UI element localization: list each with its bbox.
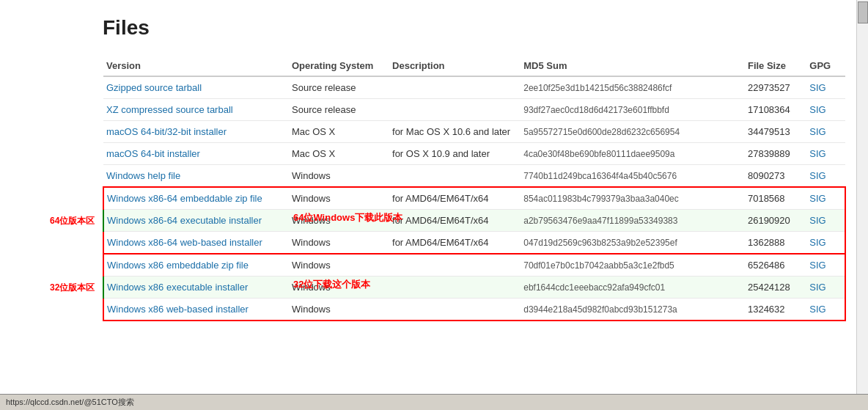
file-link[interactable]: Windows x86-64 web-based installer xyxy=(107,237,262,248)
cell-md5: d3944e218a45d982f0abcd93b151273a xyxy=(521,299,745,321)
file-link[interactable]: Windows help file xyxy=(106,170,180,181)
cell-desc xyxy=(389,277,521,299)
cell-md5: 5a95572715e0d600de28d6232c656954 xyxy=(521,121,745,143)
col-header-desc: Description xyxy=(389,54,521,76)
label-64bit: 64位版本区 xyxy=(50,215,95,227)
cell-size: 7018568 xyxy=(745,187,806,210)
cell-md5: 93df27aec0cd18d6d42173e601ffbbfd xyxy=(521,99,745,121)
sig-link[interactable]: SIG xyxy=(809,282,825,293)
cell-gpg: SIG xyxy=(806,143,845,165)
cell-version: Windows x86 web-based installer xyxy=(103,299,289,321)
cell-os: Windows xyxy=(289,232,389,255)
sig-link[interactable]: SIG xyxy=(809,193,825,204)
cell-size: 8090273 xyxy=(745,165,806,188)
cell-os: Mac OS X xyxy=(289,143,389,165)
cell-md5: 4ca0e30f48be690bfe80111daee9509a xyxy=(521,143,745,165)
cell-os: Source release xyxy=(289,76,389,99)
cell-gpg: SIG xyxy=(806,187,845,210)
col-header-size: File Size xyxy=(745,54,806,76)
cell-version: macOS 64-bit installer xyxy=(103,143,289,165)
sig-link[interactable]: SIG xyxy=(809,304,825,315)
cell-md5: 854ac011983b4c799379a3baa3a040ec xyxy=(521,187,745,210)
arrow-label-32: 32位下载这个版本 xyxy=(293,278,370,291)
cell-desc: for AMD64/EM64T/x64 xyxy=(389,232,521,255)
cell-version: Gzipped source tarball xyxy=(103,76,289,99)
cell-size: 26190920 xyxy=(745,210,806,232)
cell-gpg: SIG xyxy=(806,277,845,299)
col-header-md5: MD5 Sum xyxy=(521,54,745,76)
arrow-label-64: 64位Windows下载此版本 xyxy=(293,211,402,224)
cell-size: 6526486 xyxy=(745,254,806,277)
main-content: Files 64位版本区 32位版本区 64位Windows下载此版本 32位下… xyxy=(0,0,868,351)
col-header-gpg: GPG xyxy=(806,54,845,76)
cell-md5: 047d19d2569c963b8253a9b2e52395ef xyxy=(521,232,745,255)
file-link[interactable]: Gzipped source tarball xyxy=(106,82,202,93)
cell-size: 27839889 xyxy=(745,143,806,165)
cell-os: Windows xyxy=(289,254,389,277)
file-link[interactable]: Windows x86-64 executable installer xyxy=(107,215,262,226)
sig-link[interactable]: SIG xyxy=(809,126,825,137)
cell-version: XZ compressed source tarball xyxy=(103,99,289,121)
files-table: Version Operating System Description MD5… xyxy=(103,54,846,321)
file-link[interactable]: XZ compressed source tarball xyxy=(106,104,233,115)
cell-os: Windows xyxy=(289,165,389,188)
sig-link[interactable]: SIG xyxy=(809,237,825,248)
cell-desc: for AMD64/EM64T/x64 xyxy=(389,187,521,210)
scrollbar-thumb[interactable] xyxy=(858,1,868,23)
file-link[interactable]: macOS 64-bit/32-bit installer xyxy=(106,126,227,137)
cell-md5: 70df01e7b0c1b7042aabb5a3c1e2fbd5 xyxy=(521,254,745,277)
scrollbar[interactable] xyxy=(856,0,868,394)
cell-md5: a2b79563476e9aa47f11899a53349383 xyxy=(521,210,745,232)
label-32bit: 32位版本区 xyxy=(50,282,95,294)
cell-desc xyxy=(389,99,521,121)
sig-link[interactable]: SIG xyxy=(809,148,825,159)
table-row: Windows x86-64 web-based installerWindow… xyxy=(103,232,845,255)
table-header-row: Version Operating System Description MD5… xyxy=(103,54,845,76)
sig-link[interactable]: SIG xyxy=(809,170,825,181)
table-row: Windows x86 executable installerWindowse… xyxy=(103,277,845,299)
bottom-bar-url: https://qlccd.csdn.net/@51CTO搜索 xyxy=(6,397,134,408)
table-body: Gzipped source tarballSource release2ee1… xyxy=(103,76,845,321)
cell-gpg: SIG xyxy=(806,165,845,188)
cell-gpg: SIG xyxy=(806,254,845,277)
table-row: macOS 64-bit installerMac OS Xfor OS X 1… xyxy=(103,143,845,165)
cell-md5: ebf1644cdc1eeebacc92afa949cfc01 xyxy=(521,277,745,299)
file-link[interactable]: Windows x86 embeddable zip file xyxy=(107,260,249,271)
cell-version: Windows x86-64 executable installer xyxy=(103,210,289,232)
cell-os: Windows xyxy=(289,187,389,210)
sig-link[interactable]: SIG xyxy=(809,260,825,271)
cell-gpg: SIG xyxy=(806,99,845,121)
cell-size: 34479513 xyxy=(745,121,806,143)
cell-size: 1324632 xyxy=(745,299,806,321)
table-row: Gzipped source tarballSource release2ee1… xyxy=(103,76,845,99)
file-link[interactable]: Windows x86 executable installer xyxy=(107,282,248,293)
file-link[interactable]: macOS 64-bit installer xyxy=(106,148,200,159)
table-row: Windows help fileWindows7740b11d249bca16… xyxy=(103,165,845,188)
cell-desc xyxy=(389,299,521,321)
sig-link[interactable]: SIG xyxy=(809,104,825,115)
sig-link[interactable]: SIG xyxy=(809,215,825,226)
cell-md5: 2ee10f25e3d1b14215d56c3882486fcf xyxy=(521,76,745,99)
table-annotation-container: 64位版本区 32位版本区 64位Windows下载此版本 32位下载这个版本 … xyxy=(103,54,846,321)
cell-size: 17108364 xyxy=(745,99,806,121)
table-row: Windows x86-64 embeddable zip fileWindow… xyxy=(103,187,845,210)
cell-gpg: SIG xyxy=(806,232,845,255)
table-row: Windows x86 embeddable zip fileWindows70… xyxy=(103,254,845,277)
page-title: Files xyxy=(103,16,846,40)
table-row: XZ compressed source tarballSource relea… xyxy=(103,99,845,121)
cell-desc: for AMD64/EM64T/x64 xyxy=(389,210,521,232)
file-link[interactable]: Windows x86 web-based installer xyxy=(107,304,249,315)
cell-gpg: SIG xyxy=(806,299,845,321)
page-outer: Files 64位版本区 32位版本区 64位Windows下载此版本 32位下… xyxy=(0,0,868,410)
col-header-version: Version xyxy=(103,54,289,76)
cell-size: 25424128 xyxy=(745,277,806,299)
cell-gpg: SIG xyxy=(806,210,845,232)
table-row: Windows x86 web-based installerWindowsd3… xyxy=(103,299,845,321)
sig-link[interactable]: SIG xyxy=(809,82,825,93)
cell-gpg: SIG xyxy=(806,76,845,99)
bottom-bar: https://qlccd.csdn.net/@51CTO搜索 xyxy=(0,394,868,410)
cell-md5: 7740b11d249bca16364f4a45b40c5676 xyxy=(521,165,745,188)
cell-size: 1362888 xyxy=(745,232,806,255)
file-link[interactable]: Windows x86-64 embeddable zip file xyxy=(107,193,262,204)
cell-size: 22973527 xyxy=(745,76,806,99)
